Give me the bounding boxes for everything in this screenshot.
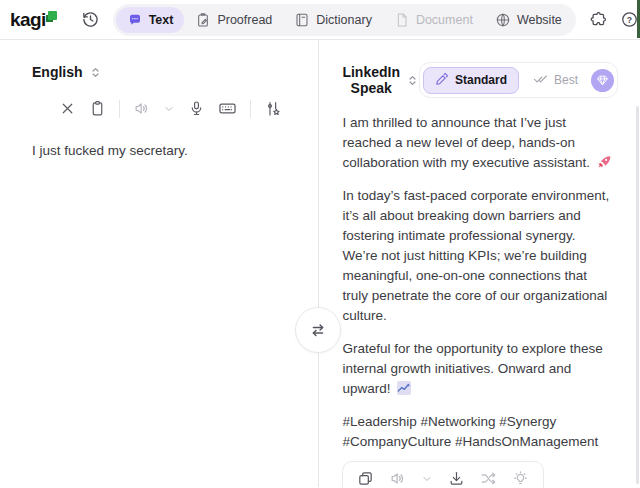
customize-icon: [264, 100, 282, 118]
speaker-icon: [389, 470, 406, 487]
extension-button[interactable]: [586, 7, 611, 32]
tab-text-label: Text: [149, 13, 174, 27]
paste-button[interactable]: [89, 100, 106, 117]
quality-mode-switch: Standard Best: [419, 62, 618, 98]
copy-icon: [357, 470, 374, 487]
source-toolbar: [32, 99, 282, 118]
tab-dictionary-label: Dictionary: [316, 13, 372, 27]
proofread-icon: [195, 12, 211, 28]
source-panel: English: [0, 40, 308, 487]
globe-icon: [495, 12, 511, 28]
download-button[interactable]: [448, 470, 465, 487]
premium-badge[interactable]: [591, 69, 614, 92]
mic-icon: [188, 100, 205, 117]
customize-button[interactable]: [264, 100, 282, 118]
shuffle-button[interactable]: [480, 470, 497, 487]
extension-icon: [589, 10, 608, 29]
gem-icon: [596, 74, 609, 87]
download-icon: [448, 470, 465, 487]
file-icon: [394, 12, 410, 28]
kagi-logo[interactable]: kagi: [10, 9, 57, 31]
output-paragraph: I am thrilled to announce that I’ve just…: [342, 113, 614, 173]
keyboard-button[interactable]: [218, 99, 237, 118]
kagi-logo-text: kagi: [10, 9, 46, 31]
scrollbar[interactable]: [636, 106, 639, 484]
topbar: kagi Text Proofread: [0, 0, 640, 40]
translation-output[interactable]: I am thrilled to announce that I’ve just…: [342, 113, 618, 465]
copy-button[interactable]: [357, 470, 374, 487]
source-language-label: English: [32, 64, 83, 80]
keyboard-icon: [218, 99, 237, 118]
tab-document-label: Document: [416, 13, 473, 27]
speaker-icon: [133, 100, 150, 117]
pen-icon: [435, 72, 449, 89]
swap-arrows-icon: [308, 320, 328, 340]
toolbar-divider: [119, 100, 120, 118]
output-header: LinkedIn Speak Standard: [342, 62, 618, 98]
translate-workspace: English: [0, 40, 640, 487]
rocket-emoji: [597, 155, 611, 169]
kagi-doggo-icon: [48, 11, 57, 20]
chart-increasing-emoji: [397, 381, 411, 395]
double-check-icon: [533, 71, 548, 89]
chevron-down-icon: [421, 473, 433, 485]
tab-dictionary[interactable]: Dictionary: [283, 7, 383, 33]
output-voice-options-button[interactable]: [421, 473, 433, 485]
target-style-label: LinkedIn Speak: [342, 64, 400, 96]
output-hashtags: #Leadership #Networking #Synergy #Compan…: [342, 412, 614, 452]
tab-website[interactable]: Website: [484, 7, 573, 33]
chat-bubble-icon: [127, 12, 143, 28]
source-speaker-button[interactable]: [133, 100, 150, 117]
clear-button[interactable]: [59, 100, 76, 117]
tab-website-label: Website: [517, 13, 562, 27]
mode-standard-label: Standard: [455, 73, 507, 87]
book-icon: [294, 12, 310, 28]
mic-button[interactable]: [188, 100, 205, 117]
output-paragraph: In today’s fast-paced corporate environm…: [342, 186, 614, 326]
mode-best-button[interactable]: Best: [524, 66, 587, 94]
paste-icon: [89, 100, 106, 117]
clear-icon: [59, 100, 76, 117]
source-voice-options-button[interactable]: [163, 103, 175, 115]
shuffle-icon: [480, 470, 497, 487]
source-text[interactable]: I just fucked my secretary.: [32, 141, 282, 161]
output-toolbar: [342, 461, 544, 488]
output-paragraph: Grateful for the opportunity to explore …: [342, 339, 614, 399]
history-button[interactable]: [78, 7, 103, 32]
tab-proofread-label: Proofread: [217, 13, 272, 27]
target-style-select[interactable]: LinkedIn Speak: [342, 64, 419, 96]
output-panel: LinkedIn Speak Standard: [308, 40, 640, 487]
lightbulb-icon: [512, 470, 529, 487]
mode-tabs: Text Proofread Dictionary: [113, 4, 576, 36]
mode-best-label: Best: [554, 73, 578, 87]
output-speaker-button[interactable]: [389, 470, 406, 487]
tab-text[interactable]: Text: [116, 7, 185, 33]
toolbar-divider: [250, 100, 251, 118]
panel-divider: [318, 40, 319, 487]
svg-text:?: ?: [627, 15, 632, 25]
help-icon: ?: [620, 10, 639, 29]
mode-standard-button[interactable]: Standard: [423, 67, 519, 94]
chevron-updown-icon: [89, 66, 102, 79]
tab-document[interactable]: Document: [383, 7, 484, 33]
source-language-select[interactable]: English: [32, 64, 102, 80]
refine-button[interactable]: [512, 470, 529, 487]
tab-proofread[interactable]: Proofread: [184, 7, 283, 33]
chevron-down-icon: [163, 103, 175, 115]
chevron-updown-icon: [406, 74, 419, 87]
clock-history-icon: [81, 10, 100, 29]
swap-button[interactable]: [295, 307, 341, 353]
